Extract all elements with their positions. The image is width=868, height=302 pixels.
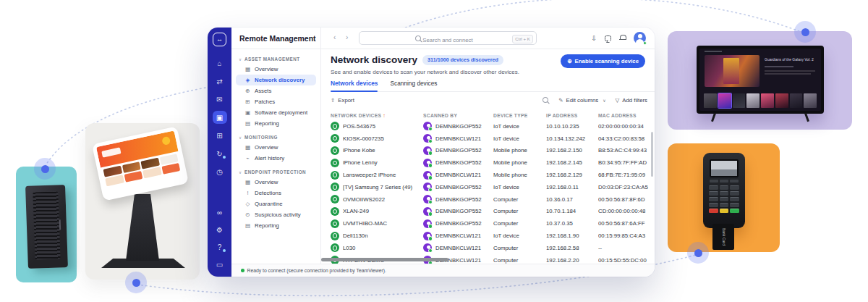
shortcut-hint: Ctrl + K: [512, 35, 533, 43]
edit-columns-button[interactable]: ✎ Edit columns ∨: [558, 97, 605, 104]
ready-status-dot: [241, 269, 244, 272]
tv-thumbnail-row: [704, 93, 817, 108]
notifications-bell-icon[interactable]: [619, 35, 626, 42]
table-row[interactable]: XLAN-249 DEMNBKGOP552 Computer 10.70.1.1…: [331, 206, 649, 218]
sidebar-item-overview[interactable]: ▦ Overview: [236, 64, 316, 75]
device-icon: [331, 219, 339, 228]
table-row[interactable]: Dell1130n DEMNBKCLW121 IoT device 192.16…: [331, 230, 649, 242]
table-row[interactable]: iPhone Kobe DEMNBKGOP552 Mobile phone 19…: [331, 145, 649, 157]
vertical-scrollbar[interactable]: [651, 132, 653, 177]
help-icon[interactable]: ?: [213, 240, 227, 253]
device-icon: [331, 159, 339, 167]
device-icon: [331, 243, 339, 252]
connector-dot-terminal: [687, 242, 709, 264]
column-header[interactable]: NETWORK DEVICES↑: [331, 112, 423, 119]
sidebar-item-patches[interactable]: ⊞ Patches: [236, 96, 316, 107]
search-box[interactable]: Ctrl + K: [359, 31, 537, 45]
table-row[interactable]: [TV] Samsung 7 Series (49) DEMNBKGOP552 …: [331, 181, 649, 193]
scanner-icon: [423, 122, 432, 130]
table-row[interactable]: POS-543675 DEMNBKGOP552 IoT device 10.10…: [331, 120, 649, 133]
table-row[interactable]: OVMOIIWS2022 DEMNBKGOP552 Computer 10.36…: [331, 193, 649, 206]
integrations-icon[interactable]: ∞: [213, 206, 227, 219]
column-header[interactable]: IP ADDRESS: [546, 113, 598, 118]
sidebar-item-suspicious-activity[interactable]: ⊙ Suspicious activity: [236, 209, 316, 220]
scanner-icon: [423, 207, 432, 216]
scanner-icon: [423, 134, 432, 143]
server-card: [16, 167, 77, 282]
marketing-screenshot: Guardians of the Galaxy Vol. 2 Bank Card: [0, 0, 868, 302]
device-icon: [331, 183, 339, 191]
scanner-icon: [423, 243, 432, 252]
table-row[interactable]: Lansweeper2 iPhone DEMNBKCLW121 Mobile p…: [331, 169, 649, 181]
sidebar-item-alert-history[interactable]: ⌁ Alert history: [236, 153, 316, 164]
horizontal-scrollbar[interactable]: [321, 258, 448, 261]
remote-management-icon[interactable]: ▣: [213, 111, 227, 124]
column-header[interactable]: DEVICE TYPE: [493, 113, 546, 118]
account-avatar[interactable]: [634, 32, 646, 44]
sidebar-item-network-discovery[interactable]: ◈ Network discovery: [236, 75, 316, 85]
scanner-icon: [423, 183, 432, 191]
sidebar-item-assets[interactable]: ⊕ Assets: [236, 85, 316, 96]
settings-gear-icon[interactable]: ⚙: [213, 223, 227, 236]
export-icon: ⇧: [331, 97, 335, 104]
service-queue-icon[interactable]: ⊞: [213, 129, 227, 142]
search-input[interactable]: [359, 34, 536, 46]
column-header[interactable]: MAC ADDRESS: [598, 113, 649, 118]
connector-dot-server: [34, 158, 56, 180]
sidebar-item-quarantine[interactable]: ◇ Quarantine: [236, 198, 316, 209]
sessions-icon[interactable]: ⇄: [213, 75, 227, 88]
status-text: Ready to connect (secure connection prov…: [247, 268, 386, 273]
teamviewer-logo-icon[interactable]: ↔: [213, 33, 226, 46]
sidebar-item-overview[interactable]: ▦ Overview: [236, 142, 316, 153]
scanner-icon: [423, 195, 432, 204]
tab-network-devices[interactable]: Network devices: [331, 80, 378, 91]
sidebar-item-reporting[interactable]: ▤ Reporting: [236, 118, 316, 129]
device-icon: [331, 146, 339, 155]
table-row[interactable]: KIOSK-0007235 DEMNBKCLW121 IoT device 10…: [331, 133, 649, 145]
chat-icon[interactable]: ✉: [213, 93, 227, 106]
main-area: ‹ › Ctrl + K ⇩ Network discovery 311/: [321, 28, 655, 264]
nav-section-header[interactable]: ∨ ASSET MANAGEMENT: [236, 54, 316, 64]
device-icon: [331, 195, 339, 204]
nav-section: ∨ ENDPOINT PROTECTION ▦ Overview ! Detec…: [236, 167, 316, 231]
tab-scanning-devices[interactable]: Scanning devices: [390, 80, 437, 91]
sync-icon[interactable]: ↻: [213, 147, 227, 160]
table-body: POS-543675 DEMNBKGOP552 IoT device 10.10…: [331, 120, 649, 267]
status-bar: Ready to connect (secure connection prov…: [231, 264, 655, 277]
export-button[interactable]: ⇧ Export: [331, 97, 354, 104]
smart-tv-image: Guardians of the Galaxy Vol. 2: [697, 46, 824, 114]
connector-dot-tv: [794, 21, 816, 43]
table-search-icon[interactable]: [542, 97, 549, 104]
sidebar-item-software-deployment[interactable]: ▣ Software deployment: [236, 107, 316, 118]
online-status-dot: [643, 41, 647, 46]
sidebar-item-detections[interactable]: ! Detections: [236, 188, 316, 198]
topbar: ‹ › Ctrl + K ⇩: [321, 28, 655, 49]
sidebar-item-reporting[interactable]: ▤ Reporting: [236, 220, 316, 231]
downloads-icon[interactable]: ⇩: [591, 35, 597, 42]
chevron-down-icon: ∨: [239, 57, 242, 62]
tab-bar: Network devicesScanning devices: [331, 80, 655, 92]
scanner-icon: [423, 171, 432, 180]
nav-section: ∨ ASSET MANAGEMENT ▦ Overview ◈ Network …: [236, 54, 316, 129]
connector-dot-kiosk: [125, 272, 147, 293]
table-row[interactable]: UVMTHIBO-MAC DEMNBKGOP552 Computer 10.37…: [331, 217, 649, 230]
nav-section-header[interactable]: ∨ ENDPOINT PROTECTION: [236, 167, 316, 177]
license-card-icon[interactable]: ▭: [213, 258, 227, 271]
sidebar-item-overview[interactable]: ▦ Overview: [236, 177, 316, 188]
add-filters-button[interactable]: ▽ Add filters: [616, 97, 647, 104]
table-row[interactable]: iPhone Lenny DEMNBKGOP552 Mobile phone 1…: [331, 156, 649, 169]
nav-section-header[interactable]: ∨ MONITORING: [236, 133, 316, 142]
kiosk-screen: [92, 126, 189, 201]
feedback-chat-icon[interactable]: [605, 35, 611, 41]
search-icon: [415, 35, 422, 42]
forward-arrow-icon[interactable]: ›: [346, 33, 348, 41]
kiosk-card: [85, 123, 200, 280]
history-icon[interactable]: ◷: [213, 165, 227, 178]
page-content: Network discovery 311/1000 devices disco…: [321, 49, 655, 264]
table-row[interactable]: L030 DEMNBKCLW121 Computer 192.168.2.58 …: [331, 242, 649, 254]
column-header[interactable]: SCANNED BY: [423, 113, 493, 118]
enable-scanning-device-button[interactable]: ⊕ Enable scanning device: [561, 54, 645, 68]
plus-circle-icon: ⊕: [567, 58, 572, 64]
back-arrow-icon[interactable]: ‹: [333, 33, 336, 41]
home-icon[interactable]: ⌂: [213, 56, 227, 70]
